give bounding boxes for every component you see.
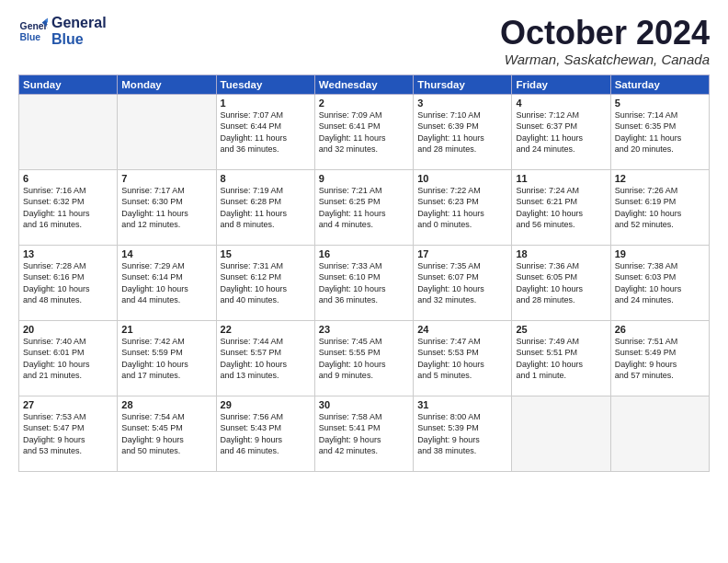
table-row: 23Sunrise: 7:45 AM Sunset: 5:55 PM Dayli… [314,320,413,396]
calendar-header-row: Sunday Monday Tuesday Wednesday Thursday… [19,75,710,94]
title-block: October 2024 Warman, Saskatchewan, Canad… [500,15,710,67]
table-row [19,94,118,169]
table-row: 6Sunrise: 7:16 AM Sunset: 6:32 PM Daylig… [19,169,118,245]
day-info: Sunrise: 7:17 AM Sunset: 6:30 PM Dayligh… [121,185,211,231]
day-number: 9 [319,173,409,184]
day-info: Sunrise: 7:10 AM Sunset: 6:39 PM Dayligh… [417,109,507,155]
header: General Blue General Blue October 2024 W… [18,15,710,67]
table-row: 9Sunrise: 7:21 AM Sunset: 6:25 PM Daylig… [314,169,413,245]
day-info: Sunrise: 7:22 AM Sunset: 6:23 PM Dayligh… [417,185,507,231]
day-number: 22 [221,324,311,335]
table-row: 24Sunrise: 7:47 AM Sunset: 5:53 PM Dayli… [414,320,512,396]
day-info: Sunrise: 7:16 AM Sunset: 6:32 PM Dayligh… [23,185,113,231]
table-row: 26Sunrise: 7:51 AM Sunset: 5:49 PM Dayli… [610,320,709,396]
table-row: 31Sunrise: 8:00 AM Sunset: 5:39 PM Dayli… [414,396,512,471]
day-info: Sunrise: 7:47 AM Sunset: 5:53 PM Dayligh… [417,336,507,382]
table-row: 15Sunrise: 7:31 AM Sunset: 6:12 PM Dayli… [216,245,314,320]
calendar-week-row: 13Sunrise: 7:28 AM Sunset: 6:16 PM Dayli… [19,245,710,320]
table-row: 8Sunrise: 7:19 AM Sunset: 6:28 PM Daylig… [216,169,314,245]
table-row: 13Sunrise: 7:28 AM Sunset: 6:16 PM Dayli… [19,245,118,320]
day-info: Sunrise: 7:49 AM Sunset: 5:51 PM Dayligh… [516,336,606,382]
day-number: 1 [221,98,311,109]
table-row: 12Sunrise: 7:26 AM Sunset: 6:19 PM Dayli… [610,169,709,245]
calendar-week-row: 20Sunrise: 7:40 AM Sunset: 6:01 PM Dayli… [19,320,710,396]
table-row: 4Sunrise: 7:12 AM Sunset: 6:37 PM Daylig… [512,94,610,169]
day-number: 15 [221,248,311,259]
table-row: 28Sunrise: 7:54 AM Sunset: 5:45 PM Dayli… [118,396,216,471]
day-info: Sunrise: 7:53 AM Sunset: 5:47 PM Dayligh… [23,411,113,457]
table-row: 5Sunrise: 7:14 AM Sunset: 6:35 PM Daylig… [610,94,709,169]
table-row: 22Sunrise: 7:44 AM Sunset: 5:57 PM Dayli… [216,320,314,396]
day-number: 20 [23,324,113,335]
table-row [118,94,216,169]
day-number: 30 [319,399,409,410]
svg-text:Blue: Blue [20,32,41,42]
day-number: 14 [121,248,211,259]
day-number: 29 [221,399,311,410]
calendar-table: Sunday Monday Tuesday Wednesday Thursday… [18,75,710,472]
day-info: Sunrise: 7:42 AM Sunset: 5:59 PM Dayligh… [121,336,211,382]
day-info: Sunrise: 7:07 AM Sunset: 6:44 PM Dayligh… [221,109,311,155]
table-row: 25Sunrise: 7:49 AM Sunset: 5:51 PM Dayli… [512,320,610,396]
day-info: Sunrise: 7:35 AM Sunset: 6:07 PM Dayligh… [417,260,507,306]
day-info: Sunrise: 7:36 AM Sunset: 6:05 PM Dayligh… [516,260,606,306]
calendar-week-row: 27Sunrise: 7:53 AM Sunset: 5:47 PM Dayli… [19,396,710,471]
day-number: 21 [121,324,211,335]
day-info: Sunrise: 7:14 AM Sunset: 6:35 PM Dayligh… [615,109,705,155]
day-info: Sunrise: 7:12 AM Sunset: 6:37 PM Dayligh… [516,109,606,155]
day-number: 24 [417,324,507,335]
day-info: Sunrise: 7:33 AM Sunset: 6:10 PM Dayligh… [319,260,409,306]
day-info: Sunrise: 7:38 AM Sunset: 6:03 PM Dayligh… [615,260,705,306]
day-info: Sunrise: 7:58 AM Sunset: 5:41 PM Dayligh… [319,411,409,457]
day-number: 28 [121,399,211,410]
day-number: 8 [221,173,311,184]
table-row: 29Sunrise: 7:56 AM Sunset: 5:43 PM Dayli… [216,396,314,471]
table-row [610,396,709,471]
day-number: 23 [319,324,409,335]
table-row: 27Sunrise: 7:53 AM Sunset: 5:47 PM Dayli… [19,396,118,471]
col-saturday: Saturday [610,75,709,94]
table-row: 16Sunrise: 7:33 AM Sunset: 6:10 PM Dayli… [314,245,413,320]
day-info: Sunrise: 7:09 AM Sunset: 6:41 PM Dayligh… [319,109,409,155]
table-row: 19Sunrise: 7:38 AM Sunset: 6:03 PM Dayli… [610,245,709,320]
day-number: 19 [615,248,705,259]
day-info: Sunrise: 7:29 AM Sunset: 6:14 PM Dayligh… [121,260,211,306]
day-info: Sunrise: 7:44 AM Sunset: 5:57 PM Dayligh… [221,336,311,382]
table-row: 3Sunrise: 7:10 AM Sunset: 6:39 PM Daylig… [414,94,512,169]
day-info: Sunrise: 7:19 AM Sunset: 6:28 PM Dayligh… [221,185,311,231]
table-row: 30Sunrise: 7:58 AM Sunset: 5:41 PM Dayli… [314,396,413,471]
day-info: Sunrise: 8:00 AM Sunset: 5:39 PM Dayligh… [417,411,507,457]
table-row: 2Sunrise: 7:09 AM Sunset: 6:41 PM Daylig… [314,94,413,169]
col-friday: Friday [512,75,610,94]
day-number: 26 [615,324,705,335]
day-number: 10 [417,173,507,184]
table-row: 21Sunrise: 7:42 AM Sunset: 5:59 PM Dayli… [118,320,216,396]
location: Warman, Saskatchewan, Canada [500,52,710,67]
day-number: 12 [615,173,705,184]
logo-line2: Blue [51,31,107,48]
day-number: 18 [516,248,606,259]
day-number: 13 [23,248,113,259]
logo-icon: General Blue [18,17,48,46]
col-tuesday: Tuesday [216,75,314,94]
day-number: 3 [417,98,507,109]
logo: General Blue General Blue [18,15,107,48]
page: General Blue General Blue October 2024 W… [0,0,728,563]
day-info: Sunrise: 7:24 AM Sunset: 6:21 PM Dayligh… [516,185,606,231]
day-info: Sunrise: 7:31 AM Sunset: 6:12 PM Dayligh… [221,260,311,306]
logo-line1: General [51,15,107,31]
day-info: Sunrise: 7:26 AM Sunset: 6:19 PM Dayligh… [615,185,705,231]
table-row: 17Sunrise: 7:35 AM Sunset: 6:07 PM Dayli… [414,245,512,320]
day-number: 25 [516,324,606,335]
day-info: Sunrise: 7:56 AM Sunset: 5:43 PM Dayligh… [221,411,311,457]
table-row: 11Sunrise: 7:24 AM Sunset: 6:21 PM Dayli… [512,169,610,245]
calendar-week-row: 6Sunrise: 7:16 AM Sunset: 6:32 PM Daylig… [19,169,710,245]
table-row: 1Sunrise: 7:07 AM Sunset: 6:44 PM Daylig… [216,94,314,169]
day-number: 5 [615,98,705,109]
month-title: October 2024 [500,15,710,52]
calendar-week-row: 1Sunrise: 7:07 AM Sunset: 6:44 PM Daylig… [19,94,710,169]
table-row: 20Sunrise: 7:40 AM Sunset: 6:01 PM Dayli… [19,320,118,396]
day-info: Sunrise: 7:28 AM Sunset: 6:16 PM Dayligh… [23,260,113,306]
day-number: 27 [23,399,113,410]
day-number: 7 [121,173,211,184]
